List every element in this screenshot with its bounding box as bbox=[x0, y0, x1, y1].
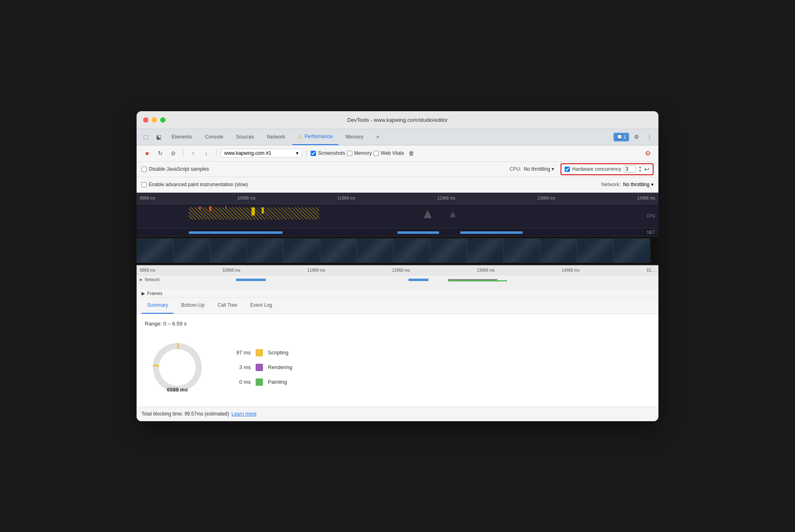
upload-button[interactable]: ↑ bbox=[188, 147, 199, 159]
maximize-button[interactable] bbox=[160, 117, 166, 123]
lower-mark-3: 12968 ms bbox=[392, 268, 410, 273]
divider-1 bbox=[183, 149, 183, 157]
content-area: Range: 0 – 6.59 s 6589 ms 9 bbox=[137, 314, 658, 407]
divider-2 bbox=[216, 149, 216, 157]
tab-network[interactable]: Network bbox=[261, 129, 291, 145]
cpu-track: CPU bbox=[137, 204, 658, 229]
record-button[interactable]: ● bbox=[141, 147, 153, 159]
frames-row[interactable]: ▶ Frames bbox=[137, 290, 658, 298]
timeline-rows: ▶ Network bbox=[137, 275, 658, 290]
cpu-bar-yellow-1 bbox=[252, 207, 255, 215]
window-title: DevTools - www.kapwing.com/studio/editor bbox=[347, 117, 448, 123]
screenshot-6 bbox=[357, 238, 393, 263]
device-icon[interactable]: ⬕ bbox=[153, 131, 164, 143]
reload-button[interactable]: ↻ bbox=[155, 147, 166, 159]
settings-icon[interactable]: ⚙ bbox=[631, 131, 642, 143]
warning-icon: ⚠ bbox=[298, 134, 303, 140]
network-label: Network: bbox=[601, 182, 621, 187]
screenshot-9 bbox=[467, 238, 504, 263]
pie-center-label: 6589 ms bbox=[167, 387, 188, 393]
painting-swatch bbox=[256, 378, 263, 386]
screenshots-checkbox[interactable]: Screenshots bbox=[311, 150, 345, 156]
row-expand-icon[interactable]: ▶ bbox=[140, 278, 142, 281]
rendering-label: Rendering bbox=[268, 364, 292, 370]
tab-memory[interactable]: Memory bbox=[340, 129, 369, 145]
tab-more[interactable]: » bbox=[371, 129, 385, 145]
tab-right-icons: 💬 1 ⚙ ⋮ bbox=[614, 131, 655, 143]
status-bar: Total blocking time: 99.57ms (estimated)… bbox=[137, 407, 658, 421]
timeline-ruler-upper: 9968 ms 10968 ms 11968 ms 12968 ms 13968… bbox=[137, 193, 658, 204]
messages-badge[interactable]: 💬 1 bbox=[614, 133, 629, 141]
ruler-mark-2: 11968 ms bbox=[338, 196, 356, 200]
legend: 97 ms Scripting 3 ms Rendering 0 ms Pain… bbox=[226, 349, 292, 386]
tab-sources[interactable]: Sources bbox=[230, 129, 260, 145]
frames-expand-icon[interactable]: ▶ bbox=[141, 291, 145, 296]
tab-event-log[interactable]: Event Log bbox=[245, 298, 278, 314]
reset-button[interactable]: ↩ bbox=[644, 165, 649, 173]
tab-performance[interactable]: ⚠ Performance bbox=[292, 129, 338, 145]
network-row: ▶ Network bbox=[140, 277, 655, 283]
network-select[interactable]: No throttling ▾ bbox=[623, 182, 654, 187]
screenshot-8 bbox=[430, 238, 467, 263]
lower-mark-6: 15… bbox=[647, 268, 655, 273]
tab-summary[interactable]: Summary bbox=[141, 298, 174, 314]
lower-ruler-marks: 9968 ms 10968 ms 11968 ms 12968 ms 13968… bbox=[140, 268, 655, 273]
lower-net-bar-2 bbox=[409, 279, 428, 281]
traffic-lights bbox=[143, 117, 166, 123]
divider-3 bbox=[306, 149, 307, 157]
svg-point-2 bbox=[159, 349, 196, 386]
enable-paint-checkbox[interactable]: Enable advanced paint instrumentation (s… bbox=[141, 182, 248, 187]
url-selector[interactable]: www.kapwing.com #1 ▾ bbox=[221, 149, 302, 158]
close-button[interactable] bbox=[143, 117, 148, 123]
stop-button[interactable]: ⊘ bbox=[168, 147, 179, 159]
learn-more-link[interactable]: Learn more bbox=[232, 411, 256, 417]
legend-rendering: 3 ms Rendering bbox=[226, 364, 292, 371]
cpu-label: CPU bbox=[647, 214, 655, 218]
rendering-value: 3 ms bbox=[226, 364, 251, 370]
legend-painting: 0 ms Painting bbox=[226, 378, 292, 386]
lower-mark-4: 13968 ms bbox=[477, 268, 495, 273]
legend-scripting: 97 ms Scripting bbox=[226, 349, 292, 356]
minimize-button[interactable] bbox=[152, 117, 157, 123]
cpu-select[interactable]: No throttling ▾ bbox=[524, 166, 554, 172]
screenshot-2 bbox=[210, 238, 247, 263]
tab-console[interactable]: Console bbox=[199, 129, 229, 145]
dropdown-arrow-icon: ▾ bbox=[651, 182, 654, 187]
web-vitals-checkbox[interactable]: Web Vitals bbox=[373, 150, 404, 156]
cpu-label: CPU: bbox=[510, 166, 521, 172]
toolbar-settings-icon[interactable]: ⚙ bbox=[642, 147, 654, 159]
cpu-group: CPU: No throttling ▾ bbox=[510, 166, 554, 172]
lower-net-bar-1 bbox=[236, 279, 266, 281]
tab-bottom-up[interactable]: Bottom-Up bbox=[175, 298, 210, 314]
timeline-lower-ruler: 9968 ms 10968 ms 11968 ms 12968 ms 13968… bbox=[137, 266, 658, 275]
pie-chart: 6589 ms bbox=[145, 335, 210, 400]
timeline-lower: 9968 ms 10968 ms 11968 ms 12968 ms 13968… bbox=[137, 265, 658, 290]
cpu-bar-yellow-2 bbox=[262, 207, 264, 213]
hardware-concurrency-checkbox[interactable]: Hardware concurrency bbox=[565, 166, 621, 172]
net-bar-3 bbox=[460, 231, 523, 234]
tab-call-tree[interactable]: Call Tree bbox=[212, 298, 243, 314]
more-options-icon[interactable]: ⋮ bbox=[644, 131, 655, 143]
screenshot-0 bbox=[137, 238, 173, 263]
total-blocking-time-text: Total blocking time: 99.57ms (estimated) bbox=[141, 411, 229, 417]
download-button[interactable]: ↓ bbox=[201, 147, 212, 159]
bottom-tabs: Summary Bottom-Up Call Tree Event Log bbox=[137, 298, 658, 314]
cpu-mountain-2 bbox=[450, 211, 456, 218]
hardware-concurrency-input[interactable] bbox=[624, 165, 636, 173]
spinner-down-button[interactable]: ▼ bbox=[638, 169, 642, 173]
net-track: NET bbox=[137, 229, 658, 237]
ruler-marks-upper: 9968 ms 10968 ms 11968 ms 12968 ms 13968… bbox=[140, 196, 655, 200]
cursor-icon[interactable]: ⬚ bbox=[140, 131, 151, 143]
screenshot-5 bbox=[320, 238, 357, 263]
disable-js-checkbox[interactable]: Disable JavaScript samples bbox=[141, 166, 209, 172]
dropdown-arrow-icon: ▾ bbox=[552, 166, 554, 172]
delete-button[interactable]: 🗑 bbox=[406, 147, 417, 159]
tab-elements[interactable]: Elements bbox=[166, 129, 198, 145]
ruler-mark-3: 12968 ms bbox=[437, 196, 455, 200]
network-group: Network: No throttling ▾ bbox=[601, 182, 654, 187]
main-toolbar: ● ↻ ⊘ ↑ ↓ www.kapwing.com #1 ▾ Screensho… bbox=[137, 145, 658, 162]
screenshot-4 bbox=[283, 238, 320, 263]
spinner-up-button[interactable]: ▲ bbox=[638, 166, 642, 169]
screenshots-strip bbox=[137, 237, 658, 265]
memory-checkbox[interactable]: Memory bbox=[347, 150, 372, 156]
